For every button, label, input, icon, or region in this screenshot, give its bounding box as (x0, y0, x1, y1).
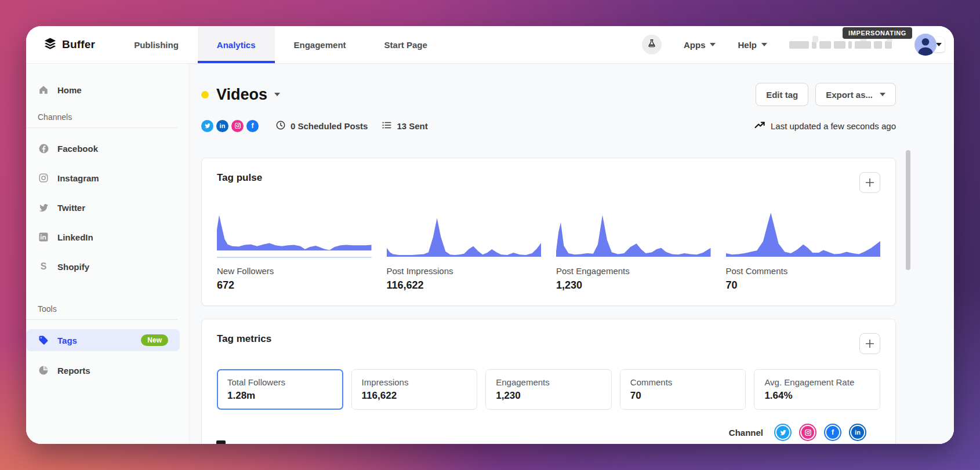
instagram-channel-icon[interactable] (231, 120, 244, 132)
chevron-down-icon (710, 43, 716, 46)
chart-label: New Followers (217, 266, 372, 276)
pie-chart-icon (38, 365, 49, 376)
page-title: Videos (216, 86, 267, 104)
person-icon (914, 34, 937, 56)
brand-name: Buffer (62, 38, 95, 51)
channel-label: Channel (729, 428, 763, 438)
scheduled-posts: 0 Scheduled Posts (275, 120, 368, 132)
chevron-down-icon[interactable] (274, 93, 280, 96)
tab-engagement[interactable]: Engagement (275, 26, 365, 63)
help-menu[interactable]: Help (738, 40, 767, 50)
sidebar-item-reports[interactable]: Reports (26, 359, 189, 381)
tab-analytics[interactable]: Analytics (198, 26, 275, 63)
sidebar-item-home[interactable]: Home (26, 79, 189, 101)
shopify-icon: S (38, 261, 49, 272)
clock-icon (275, 120, 286, 132)
vertical-scrollbar[interactable] (906, 150, 910, 270)
chart-value: 116,622 (387, 279, 542, 292)
tag-icon (38, 334, 49, 346)
tag-metrics-card: Tag metrics Total Followers 1.28m Impres… (201, 319, 896, 444)
facebook-filter-icon[interactable]: f (824, 424, 841, 441)
card-title: Tag metrics (217, 333, 271, 345)
add-metric-button[interactable] (859, 172, 880, 193)
chart-label: Post Comments (726, 266, 881, 276)
sidebar-item-label: LinkedIn (57, 232, 93, 242)
new-badge: New (141, 334, 168, 346)
sparkline-post-comments: Post Comments 70 (726, 210, 881, 292)
account-menu[interactable] (914, 34, 945, 56)
top-nav: Buffer Publishing Analytics Engagement S… (26, 26, 954, 64)
buffer-logo[interactable]: Buffer (26, 26, 115, 63)
twitter-icon (38, 202, 49, 213)
sidebar-item-label: Home (57, 85, 82, 95)
sidebar-item-facebook[interactable]: Facebook (26, 137, 189, 159)
flask-icon (647, 39, 656, 50)
sidebar-item-tags[interactable]: Tags New (26, 329, 180, 351)
last-updated: Last updated a few seconds ago (754, 121, 896, 132)
sparkline-grid: New Followers 672 Post Impressions 116,6… (217, 210, 880, 292)
labs-flask-button[interactable] (642, 35, 662, 54)
channel-filter-row: Channel f in (217, 424, 880, 441)
nav-tabs: Publishing Analytics Engagement Start Pa… (115, 26, 447, 63)
instagram-filter-icon[interactable] (799, 424, 816, 441)
desktop-background: Buffer Publishing Analytics Engagement S… (0, 0, 980, 470)
chart-value: 672 (217, 279, 372, 292)
twitter-channel-icon[interactable] (201, 120, 213, 132)
chevron-down-icon (880, 93, 885, 96)
apps-menu[interactable]: Apps (684, 40, 716, 50)
sidebar-item-label: Instagram (57, 173, 99, 183)
clipped-next-section (216, 440, 226, 444)
avatar[interactable] (914, 34, 937, 56)
chart-value: 70 (726, 279, 881, 292)
linkedin-icon (38, 231, 49, 243)
linkedin-filter-icon[interactable]: in (849, 424, 866, 441)
app-body: Home Channels Facebook Instagram (26, 64, 954, 444)
buffer-app-window: Buffer Publishing Analytics Engagement S… (26, 26, 954, 444)
sidebar-item-instagram[interactable]: Instagram (26, 167, 189, 189)
tag-pulse-card: Tag pulse New Followers 672 (201, 158, 896, 306)
main-content: Videos Edit tag Export as... (190, 64, 954, 444)
chart-label: Post Engagements (556, 266, 711, 276)
chevron-down-icon (936, 43, 942, 46)
metric-tiles: Total Followers 1.28m Impressions 116,62… (217, 369, 880, 410)
sent-posts: 13 Sent (382, 120, 427, 132)
buffer-logo-icon (43, 37, 57, 53)
instagram-icon (38, 172, 49, 184)
tile-engagements[interactable]: Engagements 1,230 (485, 369, 612, 410)
sidebar-heading-tools: Tools (26, 301, 177, 320)
sidebar-item-shopify[interactable]: S Shopify (26, 256, 189, 278)
sparkline-post-engagements: Post Engagements 1,230 (556, 210, 711, 292)
sparkline-post-impressions: Post Impressions 116,622 (387, 210, 542, 292)
card-title: Tag pulse (217, 172, 262, 184)
export-as-button[interactable]: Export as... (815, 83, 896, 106)
sparkline-new-followers: New Followers 672 (217, 210, 372, 292)
tile-avg-engagement-rate[interactable]: Avg. Engagement Rate 1.64% (754, 369, 880, 410)
plus-icon (865, 178, 874, 187)
sidebar-item-label: Reports (57, 366, 90, 376)
tile-impressions[interactable]: Impressions 116,622 (351, 369, 478, 410)
sidebar: Home Channels Facebook Instagram (26, 64, 190, 444)
tab-start-page[interactable]: Start Page (365, 26, 447, 63)
facebook-channel-icon[interactable]: f (246, 120, 259, 132)
trending-icon (754, 121, 765, 132)
tab-publishing[interactable]: Publishing (115, 26, 198, 63)
sidebar-item-label: Facebook (57, 144, 98, 154)
sidebar-item-label: Tags (57, 336, 77, 345)
help-label: Help (738, 40, 757, 50)
sidebar-item-twitter[interactable]: Twitter (26, 196, 189, 218)
apps-label: Apps (684, 40, 706, 50)
sidebar-heading-channels: Channels (26, 109, 177, 128)
tile-total-followers[interactable]: Total Followers 1.28m (217, 369, 343, 410)
linkedin-channel-icon[interactable]: in (216, 120, 228, 132)
home-icon (38, 84, 49, 96)
tag-color-dot (201, 91, 209, 99)
facebook-icon (38, 143, 49, 154)
list-icon (382, 120, 392, 132)
tile-comments[interactable]: Comments 70 (620, 369, 746, 410)
impersonating-badge: IMPERSONATING (843, 27, 912, 39)
add-metric-button[interactable] (859, 333, 880, 354)
plus-icon (865, 339, 874, 348)
twitter-filter-icon[interactable] (774, 424, 792, 441)
sidebar-item-linkedin[interactable]: LinkedIn (26, 226, 189, 248)
edit-tag-button[interactable]: Edit tag (756, 83, 808, 106)
